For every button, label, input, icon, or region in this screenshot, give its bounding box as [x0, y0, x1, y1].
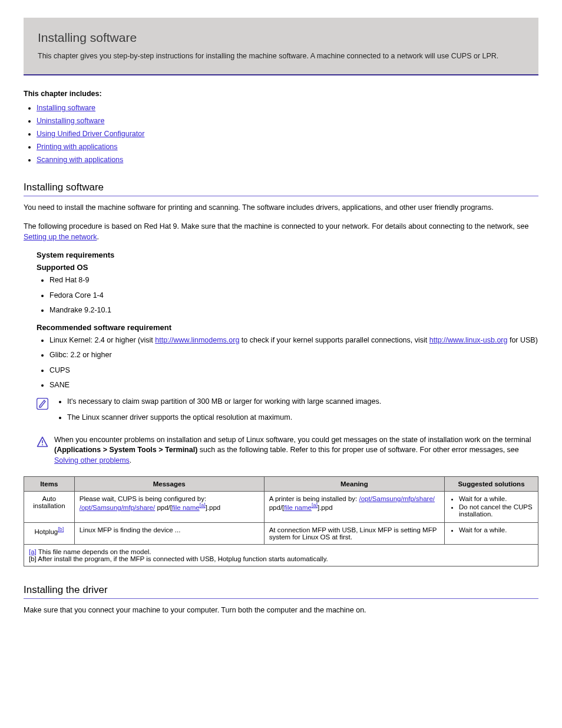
link-ppd-path[interactable]: /opt/Samsung/mfp/share/	[80, 504, 155, 511]
th-messages: Messages	[74, 477, 264, 492]
chapter-title: Installing software	[38, 31, 524, 45]
link-setup-network[interactable]: Setting up the network	[24, 233, 97, 241]
text: The following procedure is based on Red …	[24, 222, 528, 230]
caution-icon	[37, 436, 48, 448]
install-para2: The following procedure is based on Red …	[24, 221, 538, 242]
text: Linux Kernel: 2.4 or higher (visit	[49, 336, 155, 344]
system-req-heading: System requirements	[37, 251, 538, 259]
cell-solutions: Wait for a while. Do not cancel the CUPS…	[445, 492, 538, 523]
section-rule	[24, 196, 538, 196]
chapter-banner: Installing software This chapter gives y…	[24, 18, 538, 75]
table-footnotes: [a] This file name depends on the model.…	[24, 545, 538, 566]
text: ppd/	[269, 504, 282, 511]
text: .	[97, 233, 98, 241]
section-heading-driver: Installing the driver	[24, 584, 538, 596]
list-item: Red Hat 8-9	[49, 275, 538, 286]
cell-messages: Please wait, CUPS is being configured by…	[74, 492, 264, 523]
text: for USB)	[507, 336, 537, 344]
note-list: It's necessary to claim swap partition o…	[54, 397, 381, 429]
env-table: Items Messages Meaning Suggested solutio…	[24, 476, 538, 566]
os-list: Red Hat 8-9 Fedora Core 1-4 Mandrake 9.2…	[37, 275, 538, 316]
caution-text: When you encounter problems on installat…	[54, 435, 538, 466]
svg-rect-0	[37, 398, 48, 409]
toc-link-scanning[interactable]: Scanning with applications	[37, 156, 123, 164]
cell-item: Auto installation	[24, 492, 75, 523]
text: A printer is being installed by:	[269, 495, 359, 502]
list-item: Wait for a while.	[459, 526, 533, 533]
text: (Applications > System Tools > Terminal)	[54, 446, 197, 454]
text: This file name depends on the model.	[37, 548, 151, 555]
list-item: Using Unified Driver Configurator	[37, 130, 538, 138]
section-rule	[24, 598, 538, 599]
list-item: Glibc: 2.2 or higher	[49, 350, 538, 361]
caution-callout: When you encounter problems on installat…	[37, 435, 538, 466]
text: Please wait, CUPS is being configured by…	[80, 495, 206, 502]
text: When you encounter problems on installat…	[54, 436, 531, 444]
toc-label: This chapter includes:	[24, 90, 538, 98]
text: .	[130, 456, 131, 465]
toc-link-unified[interactable]: Using Unified Driver Configurator	[37, 130, 144, 138]
list-item: Fedora Core 1-4	[49, 291, 538, 301]
text: ].ppd	[206, 504, 221, 511]
text: [b] After install the program, if the MF…	[29, 555, 533, 562]
th-meaning: Meaning	[264, 477, 444, 492]
link-linmodems[interactable]: http://www.linmodems.org	[155, 336, 239, 344]
note-icon	[37, 398, 48, 410]
ref-b[interactable]: [b]	[58, 526, 64, 532]
table-row: Auto installation Please wait, CUPS is b…	[24, 492, 538, 523]
svg-point-2	[42, 444, 43, 445]
cell-solutions: Wait for a while.	[445, 523, 538, 545]
ref-a[interactable]: [a]	[200, 502, 206, 508]
cell-meaning: At connection MFP with USB, Linux MFP is…	[264, 523, 444, 545]
list-item: Do not cancel the CUPS installation.	[459, 503, 533, 518]
driver-para: Make sure that you connect your machine …	[24, 605, 538, 615]
list-item: Scanning with applications	[37, 156, 538, 164]
list-item: Installing software	[37, 104, 538, 112]
install-para1: You need to install the machine software…	[24, 202, 538, 213]
section-heading-install: Installing software	[24, 182, 538, 193]
toc-link-uninstall[interactable]: Uninstalling software	[37, 117, 104, 125]
list-item: CUPS	[49, 365, 538, 376]
list-item: SANE	[49, 380, 538, 391]
note-callout: It's necessary to claim swap partition o…	[37, 397, 538, 429]
footnotes-cell: [a] This file name depends on the model.…	[24, 545, 538, 566]
link-filename2[interactable]: file name	[284, 504, 312, 511]
recommended-sw-label: Recommended software requirement	[37, 323, 538, 332]
toc-list: Installing software Uninstalling softwar…	[24, 104, 538, 164]
supported-os-label: Supported OS	[37, 263, 538, 272]
list-item: Linux Kernel: 2.4 or higher (visit http:…	[49, 335, 538, 346]
link-ppd-path2[interactable]: /opt/Samsung/mfp/share/	[359, 495, 434, 502]
footnote-a-ref[interactable]: [a]	[29, 548, 37, 555]
list-item: Printing with applications	[37, 143, 538, 151]
text: ppd/	[155, 504, 170, 511]
table-header-row: Items Messages Meaning Suggested solutio…	[24, 477, 538, 492]
sw-list: Linux Kernel: 2.4 or higher (visit http:…	[37, 335, 538, 391]
table-row: Hotplug[b] Linux MFP is finding the devi…	[24, 523, 538, 545]
link-linux-usb[interactable]: http://www.linux-usb.org	[429, 336, 508, 344]
th-solutions: Suggested solutions	[445, 477, 538, 492]
link-filename[interactable]: file name	[172, 504, 200, 511]
cell-meaning: A printer is being installed by: /opt/Sa…	[264, 492, 444, 523]
link-solving-problems[interactable]: Solving other problems	[54, 456, 130, 465]
list-item: It's necessary to claim swap partition o…	[67, 397, 381, 407]
text: such as the following table. Refer to th…	[197, 446, 518, 454]
text: to check if your kernel supports paralle…	[239, 336, 429, 344]
text: ].ppd	[318, 504, 333, 511]
list-item: The Linux scanner driver supports the op…	[67, 413, 381, 423]
ref-a2[interactable]: [a]	[312, 502, 318, 508]
cell-messages: Linux MFP is finding the device ...	[74, 523, 264, 545]
chapter-intro: This chapter gives you step-by-step inst…	[38, 52, 524, 60]
list-item: Uninstalling software	[37, 117, 538, 125]
toc-link-printing[interactable]: Printing with applications	[37, 143, 118, 151]
text: Hotplug	[35, 528, 58, 535]
cell-item: Hotplug[b]	[24, 523, 75, 545]
list-item: Wait for a while.	[459, 495, 533, 502]
toc-link-install[interactable]: Installing software	[37, 104, 95, 112]
th-items: Items	[24, 477, 75, 492]
list-item: Mandrake 9.2-10.1	[49, 305, 538, 316]
